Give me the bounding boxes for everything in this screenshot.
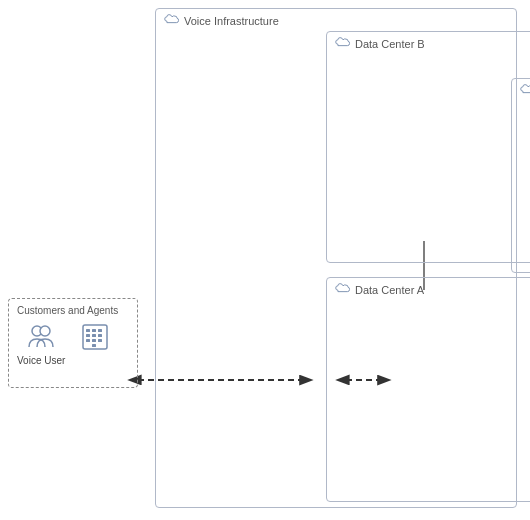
phone-icon-wrap xyxy=(79,321,111,353)
voice-user-label: Voice User xyxy=(17,355,65,366)
svg-rect-106 xyxy=(86,339,90,342)
voice-infra-label: Voice Infrastructure xyxy=(184,15,279,27)
voice-infra-region: Voice Infrastructure Data Center B DMZ xyxy=(155,8,517,508)
svg-rect-103 xyxy=(86,334,90,337)
svg-rect-100 xyxy=(86,329,90,332)
svg-point-98 xyxy=(40,326,50,336)
cloud-icon-voice-infra xyxy=(164,13,180,25)
voice-user-icon xyxy=(25,321,57,353)
dc-a-region: Data Center A DMZ xyxy=(326,277,530,502)
svg-rect-101 xyxy=(92,329,96,332)
svg-rect-105 xyxy=(98,334,102,337)
svg-rect-109 xyxy=(92,344,96,347)
customers-agents-box: Customers and Agents Voice User xyxy=(8,298,138,388)
dc-b-label: Data Center B xyxy=(355,38,425,50)
phone-icon xyxy=(79,321,111,353)
dmz-b-region: DMZ xyxy=(511,78,530,273)
cloud-icon-dc-a xyxy=(335,282,351,294)
diagram-container: Voice Infrastructure Data Center B DMZ xyxy=(0,0,530,520)
svg-rect-107 xyxy=(92,339,96,342)
dc-a-label: Data Center A xyxy=(355,284,424,296)
svg-rect-102 xyxy=(98,329,102,332)
cloud-icon-dmz-b xyxy=(520,83,530,95)
svg-rect-104 xyxy=(92,334,96,337)
cloud-icon-dc-b xyxy=(335,36,351,48)
dc-b-region: Data Center B DMZ xyxy=(326,31,530,263)
customers-label: Customers and Agents xyxy=(17,305,118,316)
voice-user-icon-wrap: Voice User xyxy=(17,321,65,366)
svg-rect-108 xyxy=(98,339,102,342)
